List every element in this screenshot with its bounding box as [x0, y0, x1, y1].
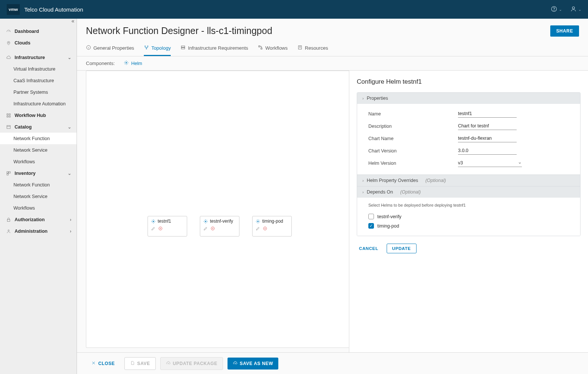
sidebar-item-authorization[interactable]: Authorization ›: [0, 214, 77, 225]
cancel-button[interactable]: CANCEL: [357, 244, 381, 253]
admin-icon: [5, 229, 12, 234]
topology-node[interactable]: testnf1: [148, 216, 187, 237]
svg-rect-7: [9, 116, 10, 117]
sidebar-item-catalog-ns[interactable]: Network Service: [0, 144, 77, 156]
sidebar-item-label: Inventory: [15, 171, 35, 176]
close-icon: [91, 361, 96, 367]
configure-panel: Configure Helm testnf1 › Properties Name: [349, 71, 588, 352]
sidebar-item-inventory-nf[interactable]: Network Function: [0, 179, 77, 191]
sidebar-item-infra-automation[interactable]: Infrastructure Automation: [0, 98, 77, 109]
save-as-new-button[interactable]: SAVE AS NEW: [228, 358, 278, 370]
component-helm-label: Helm: [131, 61, 142, 66]
sidebar-item-clouds[interactable]: Clouds: [0, 37, 77, 49]
sidebar-item-partner-systems[interactable]: Partner Systems: [0, 86, 77, 98]
svg-point-13: [8, 229, 9, 231]
name-input[interactable]: [458, 110, 517, 118]
sidebar-collapse-button[interactable]: «: [71, 19, 74, 24]
sidebar-item-workflow-hub[interactable]: Workflow Hub: [0, 109, 77, 121]
section-properties-body: Name Description Chart Name: [357, 104, 580, 174]
close-button[interactable]: CLOSE: [86, 358, 120, 370]
component-helm[interactable]: Helm: [124, 60, 142, 67]
delete-node-button[interactable]: [210, 226, 215, 232]
node-label: testnf-verify: [210, 219, 233, 224]
sidebar-item-inventory-ns[interactable]: Network Service: [0, 191, 77, 202]
share-button[interactable]: SHARE: [550, 25, 579, 37]
field-label-description: Description: [368, 124, 458, 129]
depends-checkbox-testnf-verify[interactable]: [368, 214, 374, 219]
components-label: Components:: [86, 61, 115, 66]
user-menu[interactable]: ⌄: [570, 6, 581, 13]
main-content: Network Function Designer - lls-c1-timin…: [77, 19, 588, 374]
tab-general-properties[interactable]: General Properties: [86, 42, 134, 56]
sidebar-item-label: Network Service: [13, 148, 47, 153]
sidebar-group-catalog[interactable]: Catalog ⌄: [0, 121, 77, 133]
svg-point-28: [257, 220, 259, 222]
edit-node-button[interactable]: [151, 226, 156, 232]
help-icon: [551, 6, 557, 13]
edit-node-button[interactable]: [203, 226, 208, 232]
sidebar-group-infrastructure[interactable]: Infrastructure ⌄: [0, 52, 77, 63]
cloud-up-icon: [233, 361, 238, 367]
helm-icon: [124, 60, 129, 67]
sidebar-item-administration[interactable]: Administration ›: [0, 225, 77, 237]
sidebar-item-catalog-nf[interactable]: Network Function: [0, 133, 77, 144]
sidebar-item-label: Workflow Hub: [15, 113, 46, 118]
svg-point-2: [572, 7, 575, 9]
update-button[interactable]: UPDATE: [387, 244, 417, 253]
chevron-down-icon: ⌄: [559, 7, 562, 12]
close-label: CLOSE: [98, 361, 115, 366]
helm-icon: [256, 219, 260, 224]
chevron-down-icon: ⌄: [68, 171, 71, 176]
sidebar-item-inventory-wf[interactable]: Workflows: [0, 202, 77, 214]
tab-infra-requirements[interactable]: Infrastructure Requirements: [180, 42, 248, 56]
tab-topology[interactable]: Topology: [144, 42, 171, 56]
sidebar-item-catalog-wf[interactable]: Workflows: [0, 156, 77, 167]
save-button[interactable]: SAVE: [124, 357, 155, 370]
svg-point-17: [146, 48, 147, 49]
edit-node-button[interactable]: [256, 226, 260, 232]
grid-icon: [5, 113, 12, 118]
chart-name-input[interactable]: [458, 135, 517, 142]
section-depends-header[interactable]: › Depends On (Optional): [357, 186, 580, 198]
svg-point-26: [205, 220, 206, 222]
tab-label: General Properties: [93, 45, 134, 51]
sidebar-item-dashboard[interactable]: Dashboard: [0, 25, 77, 37]
depends-hint: Select Helms to be deployed before deplo…: [357, 201, 580, 212]
field-label-helm-version: Helm Version: [368, 161, 458, 166]
depends-option-label: timing-pod: [377, 223, 399, 229]
help-menu[interactable]: ⌄: [551, 6, 562, 13]
configure-title: Configure Helm testnf1: [357, 78, 581, 86]
page-title: Network Function Designer - lls-c1-timin…: [86, 25, 272, 36]
topology-node[interactable]: timing-pod: [252, 216, 292, 237]
sidebar-item-label: Partner Systems: [13, 90, 48, 95]
tab-workflows[interactable]: Workflows: [258, 42, 288, 56]
section-label: Properties: [367, 96, 388, 101]
section-label: Depends On: [367, 189, 393, 195]
cloud-icon: [5, 55, 12, 60]
depends-checkbox-timing-pod[interactable]: [368, 223, 374, 229]
svg-rect-8: [7, 125, 10, 128]
tab-resources[interactable]: Resources: [297, 42, 328, 56]
svg-point-3: [8, 42, 9, 43]
delete-node-button[interactable]: [263, 226, 267, 232]
svg-rect-9: [7, 171, 8, 173]
field-label-name: Name: [368, 111, 458, 117]
description-input[interactable]: [458, 122, 517, 130]
sidebar-group-inventory[interactable]: Inventory ⌄: [0, 167, 77, 179]
inventory-icon: [5, 171, 12, 176]
chart-version-input[interactable]: [458, 147, 517, 155]
sidebar-item-virtual-infra[interactable]: Virtual Infrastructure: [0, 63, 77, 75]
sidebar-item-label: Dashboard: [15, 29, 39, 34]
sidebar-item-label: Clouds: [15, 40, 30, 46]
sidebar-item-caas-infra[interactable]: CaaS Infrastructure: [0, 75, 77, 86]
helm-version-select[interactable]: [458, 159, 522, 167]
section-label: Helm Property Overrides: [367, 178, 418, 183]
svg-rect-5: [9, 114, 10, 115]
section-overrides-header[interactable]: › Helm Property Overrides (Optional): [357, 174, 580, 186]
update-package-button[interactable]: UPDATE PACKAGE: [160, 357, 223, 370]
svg-point-1: [554, 10, 554, 10]
section-properties-header[interactable]: › Properties: [357, 93, 580, 104]
delete-node-button[interactable]: [158, 226, 163, 232]
topology-node[interactable]: testnf-verify: [200, 216, 239, 237]
sidebar-item-label: Infrastructure: [15, 55, 45, 60]
